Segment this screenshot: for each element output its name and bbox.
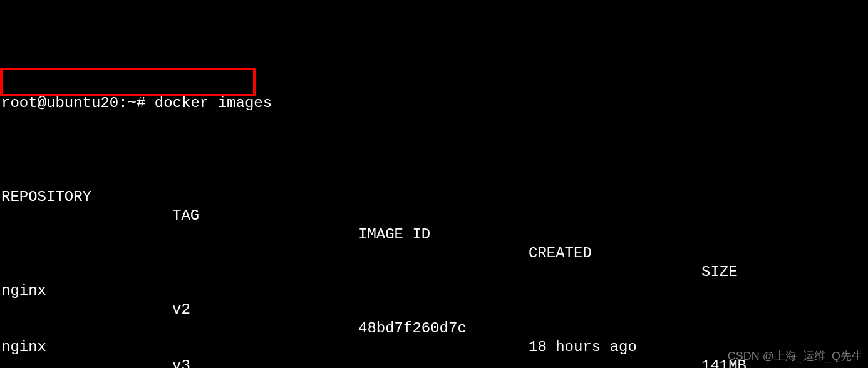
table-row: nginx v3 48bd7f260d7c 18 hours ago 141MB: [0, 319, 868, 338]
header-tag: TAG: [172, 207, 199, 225]
cell-created: 18 hours ago: [529, 338, 637, 357]
prompt-line: root@ubuntu20:~# docker images: [0, 75, 868, 94]
table-row: nginx v2 48bd7f260d7c 18 hours ago 141MB: [0, 263, 868, 282]
watermark-text: CSDN @上海_运维_Q先生: [728, 347, 863, 365]
terminal-output[interactable]: root@ubuntu20:~# docker images REPOSITOR…: [0, 0, 868, 368]
prompt-user-host: root@ubuntu20: [1, 95, 118, 111]
prompt-symbol: #: [137, 95, 145, 111]
cell-repository: nginx: [1, 282, 46, 300]
cell-tag: v3: [172, 357, 190, 368]
header-created: CREATED: [529, 244, 592, 263]
prompt-path: ~: [128, 95, 137, 111]
cell-tag: v2: [172, 300, 190, 319]
cell-repository: nginx: [1, 338, 46, 357]
header-image-id: IMAGE ID: [358, 225, 430, 244]
command-text: docker images: [155, 95, 272, 111]
table-header-row: REPOSITORY TAG IMAGE ID CREATED SIZE: [0, 169, 868, 188]
header-repository: REPOSITORY: [1, 188, 91, 207]
